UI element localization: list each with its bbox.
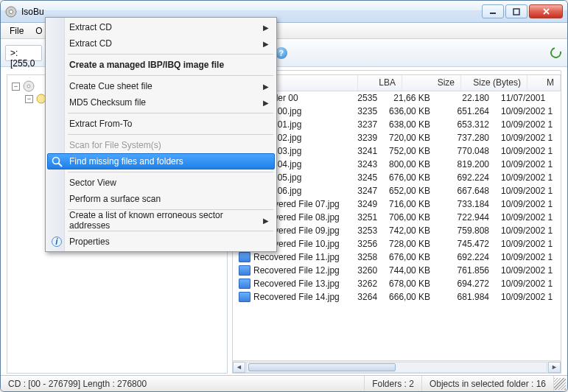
menu-file[interactable]: File xyxy=(4,24,29,38)
info-icon: i xyxy=(50,235,63,248)
svg-point-9 xyxy=(27,85,30,88)
cell-lba: 3243 xyxy=(343,159,383,169)
table-row[interactable]: d Folder 00253521,66 KB22.18011/07/2001 xyxy=(233,91,561,105)
table-row[interactable]: Recovered File 09.jpg3253742,00 KB759.80… xyxy=(233,224,561,237)
cell-modified: 10/09/2002 1 xyxy=(495,212,561,223)
file-name: Recovered File 14.jpg xyxy=(253,292,340,302)
maximize-button[interactable] xyxy=(505,4,527,18)
status-cd: CD : [00 - 276799] Length : 276800 xyxy=(1,376,365,391)
menu-item[interactable]: Create a list of known erroneous sector … xyxy=(47,212,275,228)
cell-size: 706,00 KB xyxy=(383,212,436,223)
col-modified[interactable]: M xyxy=(527,75,561,91)
menu-item[interactable]: Extract CD ▶ xyxy=(47,19,275,35)
cell-lba: 3235 xyxy=(343,106,383,116)
close-button[interactable] xyxy=(529,4,563,18)
menu-item[interactable]: Find missing files and folders xyxy=(47,153,275,169)
col-lba[interactable]: LBA xyxy=(358,75,402,91)
menu-separator xyxy=(68,75,273,76)
table-row[interactable]: d File 03.jpg3241752,00 KB770.04810/09/2… xyxy=(233,144,561,158)
cell-lba: 2535 xyxy=(343,93,383,103)
svg-rect-3 xyxy=(513,9,519,15)
menu-item[interactable]: Create a managed IBP/IBQ image file xyxy=(47,57,275,73)
table-row[interactable]: Recovered File 12.jpg3260744,00 KB761.85… xyxy=(233,264,561,277)
cell-lba: 3247 xyxy=(343,186,383,196)
menu-separator xyxy=(68,231,273,231)
cell-lba: 3251 xyxy=(343,212,383,223)
collapse-icon[interactable]: − xyxy=(12,83,20,91)
image-file-icon xyxy=(239,279,250,289)
menu-item-label: Create a list of known erroneous sector … xyxy=(69,210,257,231)
table-row[interactable]: Recovered File 13.jpg3262678,00 KB694.27… xyxy=(233,277,561,290)
cell-modified: 10/09/2002 1 xyxy=(495,119,561,130)
menu-item[interactable]: Create Cue sheet file▶ xyxy=(47,78,275,94)
menu-item-label: Extract CD xyxy=(69,22,112,32)
cell-lba: 3245 xyxy=(343,172,383,183)
table-row[interactable]: d File 02.jpg3239720,00 KB737.28010/09/2… xyxy=(233,131,561,144)
table-row[interactable]: d File 01.jpg3237638,00 KB653.31210/09/2… xyxy=(233,118,561,131)
menu-item-label: Create a managed IBP/IBQ image file xyxy=(69,60,224,70)
submenu-arrow-icon: ▶ xyxy=(263,83,269,91)
list-body[interactable]: d Folder 00253521,66 KB22.18011/07/2001 … xyxy=(233,91,561,360)
cell-bytes: 745.472 xyxy=(436,239,495,249)
cell-lba: 3253 xyxy=(343,225,383,236)
scroll-track[interactable] xyxy=(246,362,547,373)
cell-modified: 10/09/2002 1 xyxy=(495,106,561,116)
collapse-icon[interactable]: − xyxy=(25,95,33,103)
cell-bytes: 694.272 xyxy=(436,279,495,289)
cell-modified: 10/09/2002 1 xyxy=(495,279,561,289)
svg-line-12 xyxy=(59,164,63,167)
table-row[interactable]: Recovered File 10.jpg3256728,00 KB745.47… xyxy=(233,237,561,251)
minimize-button[interactable] xyxy=(482,4,504,18)
cell-size: 676,00 KB xyxy=(383,252,436,262)
menu-item[interactable]: Extract CD ▶ xyxy=(47,35,275,52)
menu-item: Scan for File System(s) xyxy=(47,137,275,153)
table-row[interactable]: d File 04.jpg3243800,00 KB819.20010/09/2… xyxy=(233,158,561,171)
table-row[interactable]: Recovered File 14.jpg3264666,00 KB681.98… xyxy=(233,290,561,304)
menu-item[interactable]: iProperties xyxy=(47,234,275,250)
scroll-left-button[interactable]: ◄ xyxy=(233,362,245,373)
cell-bytes: 681.984 xyxy=(436,292,495,302)
table-row[interactable]: d File 06.jpg3247652,00 KB667.64810/09/2… xyxy=(233,184,561,197)
app-window: IsoBu File O >: [255,0 sh ? CDRWcompress… xyxy=(0,0,568,392)
cell-bytes: 761.856 xyxy=(436,265,495,276)
menu-item[interactable]: Extract From-To xyxy=(47,116,275,132)
cell-lba: 3241 xyxy=(343,146,383,156)
menu-separator xyxy=(68,54,273,55)
menu-item[interactable]: Sector View xyxy=(47,175,275,191)
table-row[interactable]: d File 00.jpg3235636,00 KB651.26410/09/2… xyxy=(233,105,561,118)
col-size[interactable]: Size xyxy=(402,75,461,91)
menu-item[interactable]: Perform a surface scan xyxy=(47,191,275,207)
cell-lba: 3237 xyxy=(343,119,383,130)
scroll-right-button[interactable]: ► xyxy=(548,362,561,373)
menu-item[interactable]: MD5 Checksum file▶ xyxy=(47,94,275,111)
address-box[interactable]: >: [255,0 xyxy=(5,45,42,61)
cell-lba: 3260 xyxy=(343,265,383,276)
table-row[interactable]: Recovered File 08.jpg3251706,00 KB722.94… xyxy=(233,211,561,224)
cell-size: 720,00 KB xyxy=(383,133,436,143)
file-name: Recovered File 11.jpg xyxy=(253,252,340,262)
menu-separator xyxy=(68,113,273,113)
cell-bytes: 667.648 xyxy=(436,186,495,196)
table-row[interactable]: Recovered File 11.jpg3258676,00 KB692.22… xyxy=(233,251,561,264)
cell-size: 676,00 KB xyxy=(383,172,436,183)
statusbar: CD : [00 - 276799] Length : 276800 Folde… xyxy=(1,375,567,391)
resize-grip[interactable] xyxy=(554,378,566,390)
cell-size: 800,00 KB xyxy=(383,159,436,169)
cell-modified: 10/09/2002 1 xyxy=(495,225,561,236)
menu-item-label: MD5 Checksum file xyxy=(69,97,146,108)
cell-modified: 10/09/2002 1 xyxy=(495,159,561,169)
horizontal-scrollbar[interactable]: ◄ ► xyxy=(233,360,561,373)
list-header: LBA Size Size (Bytes) M xyxy=(233,75,561,91)
menu-item-label: Extract From-To xyxy=(69,119,132,129)
table-row[interactable]: d File 05.jpg3245676,00 KB692.22410/09/2… xyxy=(233,171,561,184)
cell-bytes: 722.944 xyxy=(436,212,495,223)
refresh-icon[interactable] xyxy=(548,46,563,60)
scroll-thumb[interactable] xyxy=(248,363,396,371)
menu-item-label: Perform a surface scan xyxy=(69,194,161,204)
cell-lba: 3239 xyxy=(343,133,383,143)
app-icon xyxy=(5,6,17,18)
menu-item-label: Scan for File System(s) xyxy=(69,140,161,150)
table-row[interactable]: Recovered File 07.jpg3249716,00 KB733.18… xyxy=(233,197,561,211)
menu-item-label: Extract CD xyxy=(69,38,114,49)
col-bytes[interactable]: Size (Bytes) xyxy=(461,75,527,91)
